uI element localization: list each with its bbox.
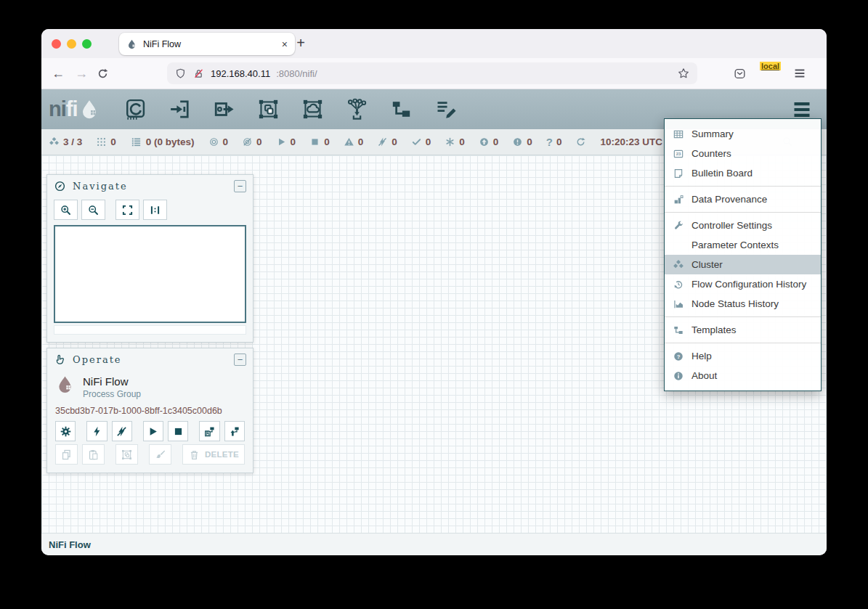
menu-separator [665, 212, 821, 213]
operate-header: Operate − [47, 348, 253, 370]
global-menu: Summary Counters Bulletin Board Data Pro… [664, 118, 822, 391]
menu-item-about[interactable]: About [665, 366, 821, 385]
copy-button[interactable] [55, 444, 78, 465]
create-template-button[interactable] [199, 421, 219, 441]
browser-window: NiFi Flow × + ← → 192.168.40.11:8080/nif… [41, 29, 827, 555]
url-bar[interactable]: 192.168.40.11:8080/nifi/ [167, 62, 697, 84]
node-status-history-icon [665, 298, 691, 310]
tab-close-icon[interactable]: × [282, 38, 288, 50]
process-group-tool-icon[interactable] [256, 97, 280, 121]
menu-item-help[interactable]: Help [665, 346, 821, 366]
menu-item-bulletin-board[interactable]: Bulletin Board [665, 163, 821, 183]
back-button[interactable]: ← [50, 66, 66, 81]
menu-item-cluster[interactable]: Cluster [665, 255, 821, 274]
active-threads-status: 0 [96, 136, 116, 147]
nifi-logo: nifi [49, 98, 100, 121]
collapse-navigate-button[interactable]: − [234, 180, 246, 192]
browser-tab[interactable]: NiFi Flow × [119, 33, 295, 55]
delete-label: DELETE [205, 450, 239, 459]
breadcrumb-root[interactable]: NiFi Flow [49, 539, 91, 550]
zoom-out-button[interactable] [81, 200, 105, 220]
bookmark-star-icon[interactable] [677, 67, 690, 80]
stopped-status: 0 [309, 136, 330, 147]
birdseye-footer [54, 325, 246, 335]
url-path: :8080/nifi/ [276, 68, 317, 79]
disabled-status: 0 [377, 136, 397, 147]
enable-button[interactable] [86, 421, 107, 441]
url-host: 192.168.40.11 [211, 68, 270, 79]
tracking-protection-shield-icon[interactable] [174, 68, 187, 80]
minimize-window-button[interactable] [67, 39, 76, 49]
refresh-button[interactable] [575, 136, 586, 147]
summary-icon [665, 128, 691, 140]
funnel-tool-icon[interactable] [345, 97, 369, 121]
browser-menu-icon[interactable] [793, 67, 806, 80]
fill-color-button[interactable] [149, 444, 171, 465]
delete-button[interactable]: DELETE [182, 444, 245, 465]
zoom-actual-size-button[interactable] [143, 200, 167, 220]
cluster-status: 3 / 3 [49, 136, 82, 147]
menu-item-flow-configuration-history[interactable]: Flow Configuration History [665, 274, 821, 294]
controller-settings-icon [665, 220, 691, 232]
operate-palette: Operate − NiFi Flow Process Group 35cbd3… [46, 348, 253, 473]
zoom-fit-button[interactable] [115, 200, 139, 220]
input-port-tool-icon[interactable] [168, 97, 192, 121]
queued-status: 0 (0 bytes) [130, 136, 195, 147]
menu-separator [665, 316, 821, 317]
navigate-header: Navigate − [47, 175, 253, 197]
flow-configuration-history-icon [665, 279, 691, 290]
template-tool-icon[interactable] [389, 97, 413, 121]
disable-button[interactable] [112, 421, 132, 441]
upload-template-button[interactable] [224, 421, 245, 441]
insecure-lock-icon[interactable] [192, 68, 205, 80]
configure-button[interactable] [55, 421, 76, 441]
process-group-drop-icon [55, 374, 75, 396]
new-tab-button[interactable]: + [291, 33, 310, 52]
zoom-window-button[interactable] [82, 39, 92, 49]
close-window-button[interactable] [52, 39, 61, 49]
menu-item-templates[interactable]: Templates [665, 320, 821, 340]
menu-item-data-provenance[interactable]: Data Provenance [665, 189, 821, 209]
navigate-palette: Navigate − [46, 174, 253, 343]
data-provenance-icon [665, 194, 691, 205]
breadcrumb-bar: NiFi Flow [41, 533, 827, 555]
processor-tool-icon[interactable] [123, 97, 147, 121]
birdseye-view[interactable] [54, 225, 246, 323]
up-to-date-status: 0 [411, 136, 431, 147]
selected-flow-name: NiFi Flow [83, 374, 141, 388]
forward-button[interactable]: → [73, 66, 89, 81]
last-refreshed-time: 10:20:23 UTC [600, 136, 662, 147]
remote-process-group-tool-icon[interactable] [301, 97, 325, 121]
paste-button[interactable] [82, 444, 105, 465]
nifi-favicon [126, 38, 137, 50]
reload-button[interactable] [97, 68, 109, 80]
menu-separator [665, 343, 821, 343]
counters-icon [665, 148, 691, 160]
selected-flow-type: Process Group [83, 388, 141, 399]
menu-item-controller-settings[interactable]: Controller Settings [665, 216, 821, 235]
container-profile-avatar[interactable]: local [763, 66, 777, 81]
window-controls [52, 39, 92, 49]
start-button[interactable] [143, 421, 163, 441]
label-tool-icon[interactable] [434, 97, 458, 121]
navigate-title: Navigate [73, 181, 128, 192]
pocket-icon[interactable] [733, 67, 747, 81]
group-button[interactable] [115, 444, 138, 465]
menu-item-summary[interactable]: Summary [665, 124, 821, 144]
global-menu-button[interactable] [789, 99, 815, 120]
transmitting-status: 0 [208, 136, 229, 147]
operate-title: Operate [73, 354, 122, 365]
menu-item-counters[interactable]: Counters [665, 144, 821, 163]
output-port-tool-icon[interactable] [212, 97, 236, 121]
menu-item-node-status-history[interactable]: Node Status History [665, 294, 821, 314]
tab-bar: NiFi Flow × + [41, 29, 827, 58]
tab-title: NiFi Flow [143, 39, 276, 49]
bulletin-board-icon [665, 168, 691, 179]
collapse-operate-button[interactable]: − [234, 353, 246, 366]
nifi-logo-drop-icon [78, 98, 100, 121]
not-transmitting-status: 0 [242, 136, 262, 147]
menu-item-parameter-contexts[interactable]: Parameter Contexts [665, 235, 821, 255]
stop-button[interactable] [168, 421, 188, 441]
zoom-in-button[interactable] [54, 200, 78, 220]
about-icon [665, 370, 691, 382]
